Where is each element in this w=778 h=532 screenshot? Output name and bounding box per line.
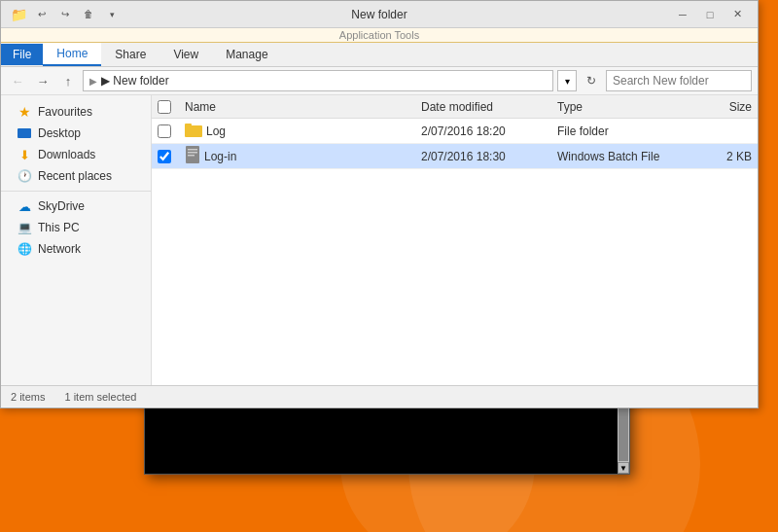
select-all-checkbox[interactable] [158,100,171,114]
row-checkbox-login[interactable] [158,150,185,163]
file-area: Name Date modified Type Size [152,95,758,385]
path-segment-root: ▶ New folder [101,74,169,88]
selected-count: 1 item selected [64,391,136,403]
svg-rect-3 [188,149,197,151]
title-bar-buttons: ─ □ ✕ [670,6,750,23]
tab-view[interactable]: View [159,44,212,65]
items-count: 2 items [11,391,45,403]
recent-label: Recent places [38,169,112,183]
qat-icon-redo[interactable]: ↪ [55,6,75,23]
file-type-login: Windows Batch File [557,150,693,163]
sidebar-item-thispc[interactable]: 💻 This PC [1,217,151,238]
col-header-type: Type [557,100,693,114]
skydrive-icon: ☁ [17,198,32,214]
file-date-login: 2/07/2016 18:30 [421,150,557,163]
header-checkbox [158,100,185,114]
refresh-button[interactable]: ↻ [581,70,602,91]
network-icon: 🌐 [17,241,32,257]
ribbon-tabs: File Home Share View Manage [1,43,758,67]
favourites-label: Favourites [38,105,92,119]
network-label: Network [38,242,81,256]
checkbox-log[interactable] [158,124,171,138]
sidebar-item-recent[interactable]: 🕐 Recent places [1,165,151,187]
forward-button[interactable]: → [32,70,53,91]
file-date-log: 2/07/2016 18:20 [421,124,557,138]
title-bar-left: 📁 ↩ ↪ 🗑 ▾ [9,6,122,23]
minimize-button[interactable]: ─ [670,6,695,23]
explorer-title-bar: 📁 ↩ ↪ 🗑 ▾ New folder ─ □ ✕ [1,1,758,28]
skydrive-label: SkyDrive [38,199,85,213]
address-path[interactable]: ▶ ▶ New folder [83,70,553,91]
tab-share[interactable]: Share [101,44,159,65]
col-header-date: Date modified [421,100,557,114]
batch-icon [185,146,200,166]
table-row[interactable]: Log 2/07/2016 18:20 File folder [152,119,758,144]
table-row[interactable]: Log-in 2/07/2016 18:30 Windows Batch Fil… [152,144,758,169]
status-bar: 2 items 1 item selected [1,385,758,407]
downloads-icon: ⬇ [17,147,32,162]
application-tools-bar: Application Tools [1,28,758,43]
tab-manage[interactable]: Manage [212,44,281,65]
svg-rect-5 [188,155,194,157]
file-name-log: Log [206,124,226,138]
up-button[interactable]: ↑ [57,70,79,91]
tab-file[interactable]: File [1,44,43,65]
cmd-scroll-down[interactable]: ▼ [618,462,629,474]
back-button[interactable]: ← [7,70,28,91]
sidebar-item-network[interactable]: 🌐 Network [1,238,151,260]
col-header-size: Size [693,100,752,114]
file-size-login: 2 KB [693,150,752,163]
qat-icon-folder: 📁 [9,6,28,23]
search-input[interactable] [606,70,752,91]
svg-rect-4 [188,152,197,154]
explorer-window: 📁 ↩ ↪ 🗑 ▾ New folder ─ □ ✕ Application T… [0,0,759,408]
col-header-name: Name [185,100,421,114]
tab-home[interactable]: Home [43,43,101,66]
row-checkbox-log[interactable] [158,124,185,138]
sidebar: ★ Favourites Desktop ⬇ Downloads 🕐 Recen… [1,95,152,385]
qat-icon-delete[interactable]: 🗑 [79,6,98,23]
checkbox-login[interactable] [158,150,171,163]
qat-icon-undo[interactable]: ↩ [32,6,52,23]
downloads-label: Downloads [38,148,95,161]
folder-icon [185,122,202,140]
favourites-section: ★ Favourites Desktop ⬇ Downloads 🕐 Recen… [1,101,151,187]
thispc-label: This PC [38,221,80,234]
address-bar: ← → ↑ ▶ ▶ New folder ▾ ↻ [1,67,758,95]
maximize-button[interactable]: □ [697,6,723,23]
explorer-title: New folder [351,8,407,21]
main-area: ★ Favourites Desktop ⬇ Downloads 🕐 Recen… [1,95,758,385]
recent-icon: 🕐 [17,168,32,184]
desktop-label: Desktop [38,126,81,140]
desktop-icon [17,125,32,141]
star-icon: ★ [17,104,32,120]
close-button[interactable]: ✕ [725,6,750,23]
qat-chevron[interactable]: ▾ [102,6,122,23]
path-chevron: ▶ [89,76,97,87]
address-dropdown[interactable]: ▾ [557,70,577,91]
file-list-header: Name Date modified Type Size [152,95,758,119]
file-type-log: File folder [557,124,693,138]
sidebar-item-desktop[interactable]: Desktop [1,123,151,144]
sidebar-item-skydrive[interactable]: ☁ SkyDrive [1,195,151,217]
sidebar-item-downloads[interactable]: ⬇ Downloads [1,144,151,165]
favourites-header: ★ Favourites [1,101,151,123]
thispc-icon: 💻 [17,220,32,235]
svg-rect-1 [185,124,192,127]
file-name-login: Log-in [204,150,236,163]
